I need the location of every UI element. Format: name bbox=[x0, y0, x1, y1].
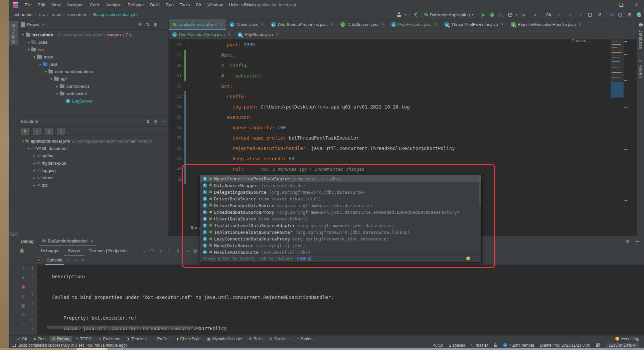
kebab-menu-icon[interactable]: ⋮ bbox=[474, 256, 478, 261]
up-icon[interactable]: ↑ bbox=[31, 300, 34, 305]
close-icon[interactable]: ✕ bbox=[81, 257, 85, 262]
structure-row[interactable]: ▾ <> YAML document bbox=[18, 145, 169, 152]
error-stripe-mark[interactable] bbox=[624, 54, 627, 55]
run-with-coverage-button[interactable]: ◲ bbox=[497, 12, 505, 17]
fold-icon[interactable]: ▵ bbox=[186, 43, 191, 46]
tree-chevron-icon[interactable]: ▸ bbox=[55, 84, 59, 88]
error-stripe-mark[interactable] bbox=[624, 107, 627, 108]
breadcrumb-item[interactable]: src bbox=[38, 12, 51, 17]
editor-tab[interactable]: DataSourceProperties.java ✕ bbox=[268, 19, 337, 30]
debug-tab[interactable]: Threads | Endpoints bbox=[85, 246, 131, 255]
tool-window-button[interactable]: ⊘ Problems bbox=[96, 336, 123, 342]
sidebar-item-project[interactable]: ▤ Project bbox=[9, 21, 18, 45]
tree-row[interactable]: ▾ main bbox=[18, 53, 168, 60]
fold-icon[interactable]: ▵ bbox=[186, 157, 191, 160]
collapse-all-icon[interactable]: ⇅ bbox=[146, 22, 149, 27]
editor-tab[interactable]: application-local.yml ✕ bbox=[169, 19, 226, 30]
console-output[interactable]: Description:Failed to bind properties un… bbox=[37, 265, 644, 336]
chevron-down-icon[interactable]: ▾ bbox=[516, 13, 517, 16]
close-tab-icon[interactable]: ✕ bbox=[381, 22, 384, 27]
caret-position[interactable]: 40:10 bbox=[433, 343, 443, 348]
more-icon[interactable]: » bbox=[22, 322, 24, 327]
editor-tab[interactable]: PoolExecutor.java ✕ bbox=[388, 19, 441, 30]
tree-chevron-icon[interactable]: ▸ bbox=[26, 40, 31, 44]
scroll-to-end-icon[interactable]: ↡ bbox=[31, 292, 34, 297]
autoscroll-from-source-icon[interactable]: ↧ bbox=[57, 128, 65, 135]
rerun-icon[interactable]: ↷ bbox=[150, 248, 154, 253]
tool-window-button[interactable]: ⎇ Git bbox=[13, 336, 30, 342]
git-push-icon[interactable]: ↗ bbox=[577, 12, 585, 17]
settings-gear-icon[interactable]: ⚙ bbox=[626, 12, 633, 17]
prev-message-icon[interactable]: ↑ bbox=[31, 274, 34, 279]
menu-item[interactable]: View bbox=[48, 0, 63, 10]
settings-menu-icon[interactable]: ≡ bbox=[143, 248, 146, 253]
close-tab-icon[interactable]: ✕ bbox=[501, 22, 504, 27]
tree-chevron-icon[interactable]: ▾ bbox=[43, 70, 48, 73]
editor-tab[interactable]: Driver.class ✕ bbox=[226, 19, 268, 30]
completion-item[interactable]: C MysqlConnectionPoolDataSource (com.mys… bbox=[200, 175, 481, 182]
hide-panel-icon[interactable]: — bbox=[161, 22, 166, 27]
pause-icon[interactable]: ‖ bbox=[22, 266, 24, 271]
menu-item[interactable]: Git bbox=[193, 0, 204, 10]
tree-chevron-icon[interactable]: ▸ bbox=[32, 176, 37, 180]
event-log-button[interactable]: Event Log bbox=[615, 335, 639, 342]
status-message[interactable]: Build completed successfully in 3 sec, 4… bbox=[12, 343, 127, 348]
menu-item[interactable]: Window bbox=[204, 0, 226, 10]
popup-scrollbar[interactable] bbox=[479, 176, 481, 206]
thread-dump-icon[interactable]: ▣ bbox=[21, 303, 25, 308]
tool-window-button[interactable]: ⚒ Build bbox=[246, 336, 265, 342]
rollback-icon[interactable]: ↺ bbox=[596, 12, 603, 17]
tree-chevron-icon[interactable]: ▾ bbox=[49, 77, 54, 81]
horizontal-scrollbar[interactable] bbox=[47, 326, 197, 329]
completion-item[interactable]: C LazyConnectionDataSourceProxy (org.spr… bbox=[200, 235, 481, 242]
menu-item[interactable]: Navigate bbox=[63, 0, 87, 10]
tree-row[interactable]: ▾ src bbox=[18, 46, 168, 53]
tree-row[interactable]: ▾ com.hand.bxtadmin bbox=[18, 68, 168, 75]
sort-alphabetically-icon[interactable]: ⇅ bbox=[21, 128, 29, 135]
menu-item[interactable]: Analyze bbox=[103, 0, 125, 10]
next-tip-link[interactable]: Next Tip bbox=[297, 256, 311, 261]
tree-row[interactable]: ▾ websocket bbox=[18, 90, 168, 97]
completion-item[interactable]: C EmbeddedDataSourceProxy (org.springfra… bbox=[200, 209, 481, 215]
panel-settings-icon[interactable]: ⚙ bbox=[626, 239, 630, 244]
tree-row[interactable]: ▸ controller.v1 bbox=[18, 82, 168, 90]
close-tab-icon[interactable]: ✕ bbox=[276, 32, 279, 37]
fold-icon[interactable]: ▿ bbox=[186, 84, 191, 88]
error-stripe-mark[interactable] bbox=[624, 41, 627, 42]
project-view-dropdown[interactable]: Project ▾ bbox=[21, 22, 44, 27]
completion-item[interactable]: C IsolationLevelDataSourceRouter (org.sp… bbox=[200, 229, 481, 235]
git-commit-icon[interactable]: ✓ bbox=[567, 12, 574, 17]
breadcrumb-item[interactable]: main bbox=[51, 12, 67, 17]
tool-window-button[interactable]: ▶ Run bbox=[31, 336, 48, 342]
sidebar-item-database[interactable]: Database bbox=[637, 21, 644, 51]
editor-tab[interactable]: ThreadPoolExecutor.java ✕ bbox=[441, 19, 507, 30]
memory-indicator[interactable]: 1295 of 2048M bbox=[606, 343, 639, 348]
debug-tab[interactable]: Debugger bbox=[37, 246, 64, 255]
menu-item[interactable]: Code bbox=[87, 0, 103, 10]
structure-file-row[interactable]: ▾ application-local.yml D:\workspace\bxt… bbox=[18, 137, 169, 145]
run-to-cursor-icon[interactable]: ⇥ bbox=[185, 248, 189, 253]
completion-item[interactable]: C DataSourceWrapper (cn.hutool.db.ds) bbox=[200, 182, 481, 189]
collapse-all-icon[interactable]: ⇅ bbox=[146, 119, 150, 124]
menu-item[interactable]: Tools bbox=[177, 0, 193, 10]
code-line[interactable]: 28 ▵ port:9999 bbox=[169, 39, 637, 50]
tool-window-button[interactable]: ≡ TODO bbox=[73, 336, 94, 342]
indent-indicator[interactable]: 2 spaces bbox=[449, 343, 465, 348]
structure-row[interactable]: ▸ <> bxt bbox=[18, 181, 169, 189]
error-stripe-mark[interactable] bbox=[624, 200, 627, 201]
menu-item[interactable]: Edit bbox=[35, 0, 48, 10]
close-tab-icon[interactable]: ✕ bbox=[227, 32, 230, 37]
close-tab-icon[interactable]: ✕ bbox=[579, 22, 582, 27]
translate-icon[interactable]: Aa bbox=[610, 13, 615, 17]
incoming-commits-widget[interactable]: ▲ 7 Δ/no remote bbox=[503, 343, 534, 348]
mute-breakpoints-icon[interactable]: ⊘ bbox=[21, 294, 25, 299]
tab-console[interactable]: Console bbox=[45, 255, 64, 265]
view-breakpoints-icon[interactable]: ◉ bbox=[21, 284, 25, 289]
completion-item[interactable]: C MysqlXADataSource (com.mysql.cj.jdbc) bbox=[200, 249, 481, 254]
breadcrumb-item[interactable]: bxt-admin bbox=[13, 12, 38, 17]
chevron-down-icon[interactable]: ▾ bbox=[21, 33, 25, 37]
tree-chevron-icon[interactable]: ▸ bbox=[32, 154, 37, 158]
minimize-icon[interactable]: – bbox=[598, 0, 613, 10]
structure-row[interactable]: ▸ <> server bbox=[18, 174, 169, 181]
fold-icon[interactable]: ▵ bbox=[186, 105, 191, 109]
